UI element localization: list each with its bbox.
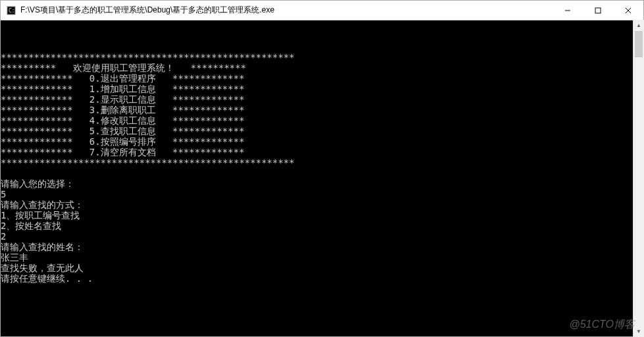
minimize-button[interactable] — [553, 1, 583, 20]
input-choice: 5 — [1, 189, 6, 199]
svg-text:C:: C: — [9, 8, 15, 14]
vertical-scrollbar[interactable]: ▲ ▼ — [633, 20, 644, 337]
result-line: 查找失败，查无此人 — [1, 263, 84, 273]
menu-border-top: ****************************************… — [1, 52, 295, 63]
menu-item-6: ************* 6.按照编号排序 ************* — [1, 136, 245, 147]
window-controls — [553, 1, 643, 20]
app-window: C: F:\VS项目\基于多态的职工管理系统\Debug\基于多态的职工管理系统… — [0, 0, 644, 337]
method-option-1: 1、按职工编号查找 — [1, 210, 80, 220]
maximize-button[interactable] — [583, 1, 613, 20]
menu-item-0: ************* 0.退出管理程序 ************* — [1, 73, 245, 84]
menu-item-7: ************* 7.清空所有文档 ************* — [1, 147, 245, 157]
menu-item-1: ************* 1.增加职工信息 ************* — [1, 84, 245, 94]
prompt-choice: 请输入您的选择： — [1, 178, 74, 189]
menu-item-5: ************* 5.查找职工信息 ************* — [1, 126, 245, 136]
continue-prompt: 请按任意键继续. . . — [1, 273, 93, 284]
svg-rect-3 — [595, 8, 601, 13]
prompt-name: 请输入查找的姓名： — [1, 242, 84, 252]
menu-item-2: ************* 2.显示职工信息 ************* — [1, 94, 245, 105]
method-option-2: 2、按姓名查找 — [1, 220, 61, 231]
titlebar[interactable]: C: F:\VS项目\基于多态的职工管理系统\Debug\基于多态的职工管理系统… — [1, 1, 643, 20]
scroll-down-arrow-icon[interactable]: ▼ — [633, 326, 644, 337]
console-area[interactable]: ****************************************… — [1, 20, 643, 336]
input-name: 张三丰 — [1, 252, 28, 263]
scroll-up-arrow-icon[interactable]: ▲ — [633, 20, 644, 31]
menu-border-bottom: ****************************************… — [1, 157, 295, 168]
window-title: F:\VS项目\基于多态的职工管理系统\Debug\基于多态的职工管理系统.ex… — [20, 5, 553, 16]
menu-item-4: ************* 4.修改职工信息 ************* — [1, 115, 245, 126]
menu-item-3: ************* 3.删除离职职工 ************* — [1, 105, 245, 115]
scroll-track[interactable] — [633, 31, 644, 326]
scroll-thumb[interactable] — [635, 31, 643, 57]
input-method: 2 — [1, 231, 6, 242]
app-icon: C: — [6, 5, 16, 16]
prompt-method: 请输入查找的方式： — [1, 199, 84, 210]
close-button[interactable] — [613, 1, 643, 20]
menu-welcome: ********** 欢迎使用职工管理系统！ ********** — [1, 63, 246, 73]
console-output: ****************************************… — [1, 41, 643, 284]
